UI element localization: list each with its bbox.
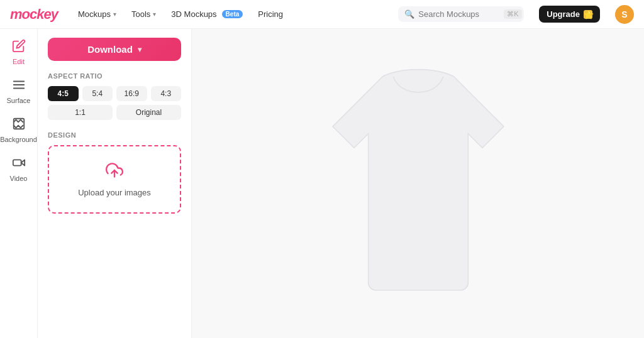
svg-rect-4 bbox=[13, 160, 21, 165]
ar-btn-4-3[interactable]: 4:3 bbox=[151, 86, 182, 101]
download-chevron-icon: ▾ bbox=[138, 45, 142, 54]
aspect-ratio-section: ASPECT RATIO 4:5 5:4 16:9 4:3 1:1 Origin… bbox=[48, 72, 181, 120]
aspect-ratio-grid: 4:5 5:4 16:9 4:3 bbox=[48, 86, 181, 101]
nav-pricing[interactable]: Pricing bbox=[258, 9, 283, 19]
ar-btn-16-9[interactable]: 16:9 bbox=[116, 86, 147, 101]
search-icon: 🔍 bbox=[404, 9, 414, 19]
upgrade-icon-star: ⭐ bbox=[584, 10, 592, 19]
upload-text: Upload your images bbox=[78, 188, 151, 197]
main-layout: Edit Surface Background bbox=[0, 29, 644, 338]
aspect-ratio-row2: 1:1 Original bbox=[48, 105, 181, 120]
design-section: DESIGN Upload your images bbox=[48, 131, 181, 214]
logo[interactable]: mockey bbox=[10, 6, 58, 23]
edit-label: Edit bbox=[13, 58, 25, 65]
nav-3d-mockups[interactable]: 3D Mockups Beta bbox=[171, 9, 243, 19]
panel-sidebar: Download ▾ ASPECT RATIO 4:5 5:4 16:9 4:3… bbox=[38, 29, 192, 338]
search-input[interactable] bbox=[418, 9, 500, 19]
upload-icon bbox=[106, 161, 123, 183]
navbar: mockey Mockups ▾ Tools ▾ 3D Mockups Beta… bbox=[0, 0, 644, 29]
surface-icon bbox=[12, 78, 26, 95]
search-shortcut: ⌘K bbox=[504, 9, 521, 19]
nav-mockups[interactable]: Mockups ▾ bbox=[78, 9, 116, 19]
sidebar-item-edit[interactable]: Edit bbox=[3, 34, 35, 70]
upgrade-button[interactable]: Upgrade ⭐ bbox=[539, 6, 600, 23]
nav-tools[interactable]: Tools ▾ bbox=[131, 9, 156, 19]
ar-btn-4-5[interactable]: 4:5 bbox=[48, 86, 79, 101]
ar-btn-1-1[interactable]: 1:1 bbox=[48, 105, 113, 120]
canvas-area bbox=[192, 29, 644, 338]
design-label: DESIGN bbox=[48, 131, 181, 139]
background-label: Background bbox=[0, 136, 37, 143]
sidebar-item-background[interactable]: Background bbox=[3, 112, 35, 148]
sidebar-item-surface[interactable]: Surface bbox=[3, 73, 35, 109]
tshirt-svg bbox=[311, 52, 525, 315]
upgrade-icons: ⭐ bbox=[584, 10, 592, 19]
tools-chevron-icon: ▾ bbox=[153, 11, 156, 18]
upload-area[interactable]: Upload your images bbox=[48, 145, 181, 214]
video-icon bbox=[12, 156, 26, 173]
mockups-chevron-icon: ▾ bbox=[113, 11, 116, 18]
ar-btn-original[interactable]: Original bbox=[116, 105, 181, 120]
aspect-ratio-label: ASPECT RATIO bbox=[48, 72, 181, 80]
surface-label: Surface bbox=[7, 97, 31, 104]
avatar[interactable]: S bbox=[615, 5, 634, 24]
background-icon bbox=[12, 117, 26, 134]
video-label: Video bbox=[10, 175, 28, 182]
sidebar-item-video[interactable]: Video bbox=[3, 151, 35, 187]
beta-badge: Beta bbox=[222, 10, 243, 18]
search-bar[interactable]: 🔍 ⌘K bbox=[398, 6, 524, 22]
tshirt-mockup bbox=[311, 52, 525, 315]
edit-icon bbox=[12, 39, 26, 56]
ar-btn-5-4[interactable]: 5:4 bbox=[82, 86, 113, 101]
download-button[interactable]: Download ▾ bbox=[48, 38, 181, 61]
icon-sidebar: Edit Surface Background bbox=[0, 29, 38, 338]
